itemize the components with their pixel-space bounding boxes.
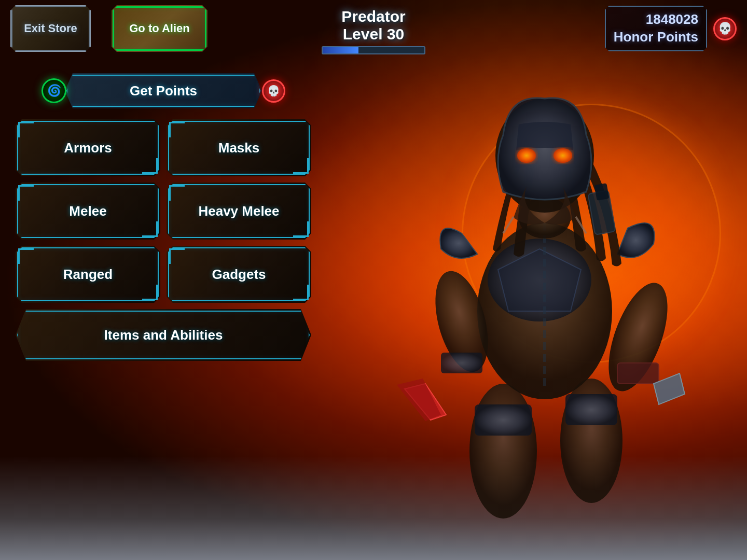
items-abilities-button[interactable]: Items and Abilities [16,309,311,361]
honor-points-amount: 1848028 [614,11,698,29]
player-level: Level 30 [322,25,425,43]
corner-tl-melee [18,185,34,201]
skull-icon-honor: 💀 [713,17,737,40]
honor-points-section: 1848028 Honor Points 💀 [605,6,737,51]
armors-label: Armors [64,140,112,156]
melee-label: Melee [69,203,106,219]
corner-br-heavy-melee [293,221,309,237]
player-info: Predator Level 30 [322,8,425,54]
get-points-button[interactable]: Get Points [65,73,262,108]
corner-br-armors [142,158,158,174]
exit-store-button[interactable]: Exit Store [10,5,91,52]
gadgets-label: Gadgets [212,267,266,283]
green-swirl-icon[interactable]: 🌀 [42,78,66,103]
honor-points-label: Honor Points [614,29,698,46]
get-points-row: 🌀 Get Points 💀 [16,73,311,109]
player-name: Predator [322,8,425,25]
menu-grid-row2: Melee Heavy Melee [16,183,311,240]
honor-points-box: 1848028 Honor Points [605,6,707,51]
heavy-melee-label: Heavy Melee [198,203,279,219]
top-header: Exit Store Go to Alien Predator Level 30… [0,0,747,57]
corner-br-ranged [142,285,158,300]
menu-panel: 🌀 Get Points 💀 Armors Masks [16,73,311,361]
menu-grid-row1: Armors Masks [16,119,311,176]
corner-tl-ranged [18,248,34,264]
skull-symbol-small: 💀 [267,85,280,97]
ranged-label: Ranged [63,267,113,283]
get-points-label: Get Points [130,83,197,99]
corner-tl-heavy-melee [169,185,185,201]
goto-alien-button[interactable]: Go to Alien [112,5,208,52]
ui-layer: Exit Store Go to Alien Predator Level 30… [0,0,747,560]
goto-alien-label: Go to Alien [129,22,190,35]
masks-button[interactable]: Masks [167,119,311,176]
corner-br-gadgets [293,285,309,300]
corner-tl-masks [169,122,185,137]
corner-br-melee [142,221,158,237]
corner-tl-armors [18,122,34,137]
melee-button[interactable]: Melee [16,183,160,240]
ranged-button[interactable]: Ranged [16,246,160,303]
xp-bar-container [322,46,425,54]
xp-bar-fill [323,47,358,53]
heavy-melee-button[interactable]: Heavy Melee [167,183,311,240]
menu-grid-row3: Ranged Gadgets [16,246,311,303]
skull-symbol: 💀 [718,22,732,35]
corner-tl-gadgets [169,248,185,264]
swirl-symbol: 🌀 [47,84,61,97]
exit-store-label: Exit Store [24,22,77,35]
header-left-buttons: Exit Store Go to Alien [10,5,208,52]
items-abilities-label: Items and Abilities [104,327,223,343]
masks-label: Masks [218,140,260,156]
gadgets-button[interactable]: Gadgets [167,246,311,303]
armors-button[interactable]: Armors [16,119,160,176]
corner-br-masks [293,158,309,174]
skull-icon-small[interactable]: 💀 [262,79,285,103]
